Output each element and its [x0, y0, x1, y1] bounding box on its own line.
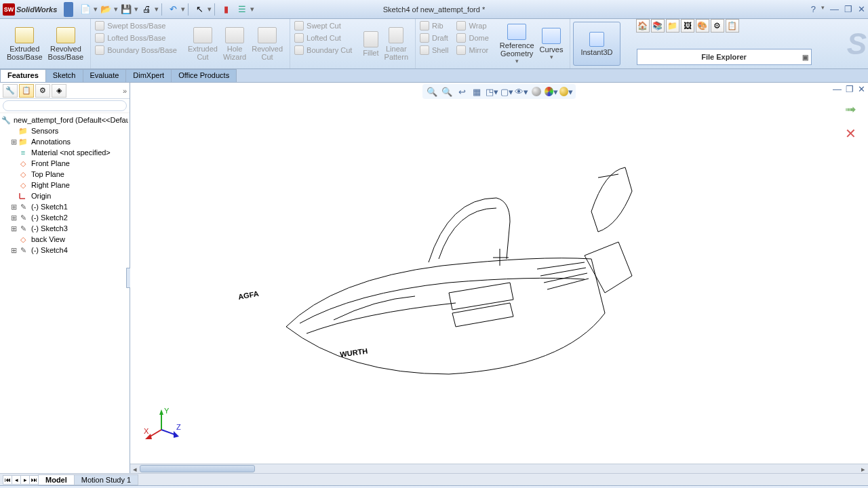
tab-sketch[interactable]: Sketch — [45, 69, 83, 82]
curves-button[interactable]: Curves▾ — [537, 22, 566, 66]
scroll-right-icon[interactable]: ▸ — [859, 464, 868, 473]
swept-cut-button[interactable]: Swept Cut — [293, 20, 353, 31]
new-file-icon[interactable]: 📄 — [79, 3, 92, 16]
extruded-cut-button[interactable]: Extruded Cut — [185, 26, 220, 62]
tab-office-products[interactable]: Office Products — [171, 69, 237, 82]
wrap-button[interactable]: Wrap — [455, 20, 490, 31]
scroll-thumb[interactable] — [140, 465, 255, 472]
minimize-icon[interactable]: — — [830, 4, 839, 14]
tab-nav-prev[interactable]: ◂ — [12, 475, 21, 485]
bottom-tab-model[interactable]: Model — [38, 474, 75, 485]
panel-collapse-icon[interactable]: » — [123, 87, 127, 95]
file-explorer-panel[interactable]: File Explorer ▣ — [637, 49, 812, 65]
appearances-icon[interactable]: 🎨 — [696, 19, 709, 33]
print-icon[interactable]: 🖨 — [140, 3, 153, 16]
viewport[interactable]: 🔍 🔍 ↩ ▦ ◳▾ ▢▾ 👁▾ ▾ ▾ — ❐ ✕ ➟ ✕ — [130, 83, 868, 473]
svg-text:X: X — [144, 427, 149, 435]
rib-button[interactable]: Rib — [418, 20, 450, 31]
bottom-tab-motion[interactable]: Motion Study 1 — [74, 474, 138, 485]
svg-marker-21 — [174, 431, 179, 438]
command-tabs: Features Sketch Evaluate DimXpert Office… — [0, 69, 868, 83]
tree-item-sketch4[interactable]: ⊞✎(-) Sketch4 — [1, 245, 128, 256]
feature-manager-panel: 🔧 📋 ⚙ ◈ » 🔧new_attempt_ford (Default<<De… — [0, 83, 130, 473]
tab-nav-last[interactable]: ⏭ — [29, 475, 39, 485]
revolved-boss-button[interactable]: Revolved Boss/Base — [45, 26, 87, 62]
tree-item-sketch2[interactable]: ⊞✎(-) Sketch2 — [1, 212, 128, 223]
svg-text:Y: Y — [164, 408, 170, 415]
tree-item-back-view[interactable]: ◇back View — [1, 234, 128, 245]
swept-boss-button[interactable]: Swept Boss/Base — [94, 20, 178, 31]
document-title: Sketch4 of new_attempt_ford * — [383, 5, 485, 14]
task-pane-icons: 🏠 📚 📁 🖼 🎨 ⚙ 📋 File Explorer ▣ — [635, 19, 812, 68]
ribbon: Extruded Boss/Base Revolved Boss/Base Sw… — [0, 19, 868, 69]
tab-features[interactable]: Features — [0, 69, 46, 82]
design-library-icon[interactable]: 📚 — [651, 19, 665, 33]
restore-icon[interactable]: ❐ — [844, 4, 852, 14]
select-icon[interactable]: ↖ — [193, 3, 205, 16]
view-triad[interactable]: Y X Z — [144, 408, 182, 446]
extruded-boss-button[interactable]: Extruded Boss/Base — [4, 26, 45, 62]
app-brand: SolidWorks — [16, 5, 57, 14]
mirror-button[interactable]: Mirror — [455, 45, 490, 56]
model-preview: WURTH AGFA — [130, 89, 863, 469]
statusbar: SolidWorks Premium 2010 -433.53mm 146.25… — [0, 485, 868, 488]
shell-button[interactable]: Shell — [418, 45, 450, 56]
pane-toggle-icon[interactable]: ▣ — [802, 54, 808, 61]
help-icon[interactable]: ? — [811, 4, 816, 14]
linear-pattern-button[interactable]: Linear Pattern — [382, 26, 411, 62]
rebuild-icon[interactable]: ▮ — [220, 3, 232, 16]
feature-tree: 🔧new_attempt_ford (Default<<Defau 📁Senso… — [0, 113, 130, 257]
reference-geometry-button[interactable]: Reference Geometry▾ — [497, 22, 537, 66]
fm-tab-property[interactable]: 📋 — [19, 84, 34, 98]
fillet-button[interactable]: Fillet — [360, 26, 381, 62]
main-menu-dropdown[interactable] — [64, 2, 73, 17]
tree-item-right-plane[interactable]: ◇Right Plane — [1, 180, 128, 190]
lofted-cut-button[interactable]: Lofted Cut — [293, 33, 353, 43]
draft-button[interactable]: Draft — [418, 33, 450, 43]
boundary-boss-button[interactable]: Boundary Boss/Base — [94, 45, 178, 56]
hole-wizard-button[interactable]: Hole Wizard — [220, 26, 249, 62]
save-icon[interactable]: 💾 — [120, 3, 132, 16]
close-icon[interactable]: ✕ — [858, 4, 865, 14]
tree-item-top-plane[interactable]: ◇Top Plane — [1, 169, 128, 180]
tab-evaluate[interactable]: Evaluate — [83, 69, 127, 82]
viewport-scrollbar[interactable]: ◂ ▸ — [130, 464, 868, 473]
feature-filter — [0, 99, 130, 113]
tab-nav-first[interactable]: ⏮ — [3, 475, 12, 485]
tree-item-root[interactable]: 🔧new_attempt_ford (Default<<Defau — [1, 115, 128, 125]
revolved-cut-button[interactable]: Revolved Cut — [249, 26, 285, 62]
tab-nav-next[interactable]: ▸ — [20, 475, 30, 485]
open-file-icon[interactable]: 📂 — [100, 3, 112, 16]
view-palette-icon[interactable]: 🖼 — [681, 19, 694, 33]
file-explorer-icon[interactable]: 📁 — [666, 19, 679, 33]
scroll-left-icon[interactable]: ◂ — [130, 464, 140, 473]
undo-icon[interactable]: ↶ — [167, 3, 179, 16]
tree-item-sketch3[interactable]: ⊞✎(-) Sketch3 — [1, 223, 128, 234]
dome-button[interactable]: Dome — [455, 33, 490, 43]
svg-marker-15 — [159, 409, 163, 415]
options-icon[interactable]: ☰ — [236, 3, 248, 16]
main-area: 🔧 📋 ⚙ ◈ » 🔧new_attempt_ford (Default<<De… — [0, 83, 868, 473]
custom-props-icon[interactable]: ⚙ — [711, 19, 724, 33]
fm-tab-design[interactable]: 🔧 — [3, 84, 18, 98]
resources-icon[interactable]: 📋 — [726, 19, 739, 33]
tree-item-origin[interactable]: Origin — [1, 190, 128, 201]
fm-tab-dim[interactable]: ◈ — [52, 84, 66, 98]
app-logo: SW — [3, 3, 15, 16]
filter-input[interactable] — [3, 100, 127, 111]
svg-text:Z: Z — [176, 423, 181, 431]
tree-item-sketch1[interactable]: ⊞✎(-) Sketch1 — [1, 201, 128, 212]
fm-tab-config[interactable]: ⚙ — [35, 84, 50, 98]
bottom-tab-bar: ⏮ ◂ ▸ ⏭ Model Motion Study 1 — [0, 473, 868, 485]
instant3d-button[interactable]: Instant3D — [573, 22, 620, 66]
lofted-boss-button[interactable]: Lofted Boss/Base — [94, 33, 178, 43]
tree-item-sensors[interactable]: 📁Sensors — [1, 125, 128, 136]
tab-dimxpert[interactable]: DimXpert — [125, 69, 172, 82]
tree-item-front-plane[interactable]: ◇Front Plane — [1, 158, 128, 169]
titlebar: SW SolidWorks 📄▾ 📂▾ 💾▾ 🖨▾ ↶▾ ↖▾ ▮ ☰▾ Ske… — [0, 0, 868, 19]
tree-item-annotations[interactable]: ⊞📁Annotations — [1, 136, 128, 147]
boundary-cut-button[interactable]: Boundary Cut — [293, 45, 353, 56]
home-pane-icon[interactable]: 🏠 — [636, 19, 650, 33]
svg-text:WURTH: WURTH — [340, 346, 368, 359]
tree-item-material[interactable]: ≡Material <not specified> — [1, 147, 128, 158]
